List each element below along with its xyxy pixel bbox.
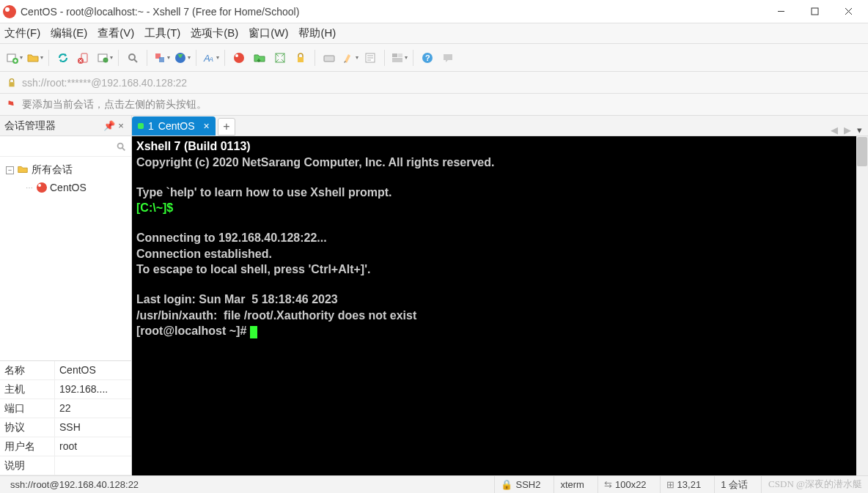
tree-item-centos[interactable]: ⋯ CentOS (3, 179, 128, 196)
search-button[interactable] (123, 48, 142, 67)
svg-point-22 (235, 54, 238, 57)
layout-button[interactable] (389, 48, 408, 67)
svg-line-40 (122, 147, 125, 150)
paste-button[interactable] (172, 48, 191, 67)
new-session-button[interactable] (4, 48, 23, 67)
hint-text: 要添加当前会话，点击左侧的箭头按钮。 (22, 98, 207, 111)
collapse-icon[interactable]: − (6, 166, 14, 174)
tab-next-icon[interactable]: ▶ (844, 125, 851, 136)
status-ssh: 🔒SSH2 (494, 476, 546, 493)
menu-window[interactable]: 窗口(W) (249, 26, 288, 40)
svg-text:?: ? (425, 53, 430, 62)
properties-panel: 名称CentOS 主机192.168.... 端口22 协议SSH 用户名roo… (0, 360, 131, 475)
xftp-button[interactable] (250, 48, 269, 67)
menu-help[interactable]: 帮助(H) (298, 26, 336, 40)
tab-centos[interactable]: 1 CentOS × (132, 116, 216, 136)
panel-close-icon[interactable]: × (115, 120, 127, 132)
close-button[interactable] (831, 1, 865, 23)
svg-rect-34 (398, 53, 402, 57)
svg-point-39 (118, 143, 123, 148)
status-bar: ssh://root@192.168.40.128:22 🔒SSH2 xterm… (0, 475, 868, 493)
scrollbar[interactable] (856, 136, 868, 475)
address-text: ssh://root:******@192.168.40.128:22 (22, 77, 187, 89)
xshell-icon[interactable] (229, 48, 249, 67)
reconnect-button[interactable] (54, 48, 73, 67)
panel-title: 会话管理器 (4, 119, 103, 133)
tab-bar: 1 CentOS × + ◀ ▶ ▾ (132, 116, 868, 136)
help-button[interactable]: ? (418, 48, 437, 67)
hint-bar: 要添加当前会话，点击左侧的箭头按钮。 (0, 94, 868, 116)
title-bar: CentOS - root@localhost:~ - Xshell 7 (Fr… (0, 0, 868, 23)
search-icon[interactable] (115, 141, 127, 152)
address-bar[interactable]: ssh://root:******@192.168.40.128:22 (0, 72, 868, 94)
status-address: ssh://root@192.168.40.128:22 (4, 476, 487, 493)
toolbar: AA ? (0, 44, 868, 72)
session-manager-panel: 会话管理器 📌 × − 所有会话 ⋯ CentOS 名称CentOS 主机192… (0, 116, 132, 475)
tree-child-label: CentOS (50, 182, 87, 193)
tab-close-icon[interactable]: × (204, 120, 210, 132)
properties-button[interactable] (95, 48, 114, 67)
session-icon (37, 182, 47, 193)
menu-edit[interactable]: 编辑(E) (51, 26, 87, 40)
menu-view[interactable]: 查看(V) (98, 26, 134, 40)
status-sessions: 1 会话 (714, 476, 754, 493)
session-tree: − 所有会话 ⋯ CentOS (0, 157, 131, 360)
lock-button[interactable] (291, 48, 310, 67)
svg-rect-25 (298, 57, 304, 62)
svg-rect-38 (9, 82, 14, 86)
status-cursor: ⊞13,21 (660, 476, 707, 493)
menu-tools[interactable]: 工具(T) (144, 26, 180, 40)
terminal[interactable]: Xshell 7 (Build 0113) Copyright (c) 2020… (132, 136, 868, 475)
menu-bar: 文件(F) 编辑(E) 查看(V) 工具(T) 选项卡(B) 窗口(W) 帮助(… (0, 23, 868, 44)
disconnect-button[interactable] (74, 48, 93, 67)
svg-rect-1 (812, 8, 818, 15)
copy-button[interactable] (152, 48, 171, 67)
minimize-button[interactable] (764, 1, 798, 23)
svg-point-21 (234, 53, 244, 63)
tab-menu-icon[interactable]: ▾ (857, 125, 862, 136)
feedback-button[interactable] (438, 48, 457, 67)
svg-line-15 (134, 59, 137, 62)
status-term: xterm (553, 476, 590, 493)
flag-icon (6, 99, 18, 111)
watermark: CSDN @深夜的潜水艇 (768, 478, 862, 491)
window-title: CentOS - root@localhost:~ - Xshell 7 (Fr… (21, 6, 764, 18)
status-dot-icon (138, 123, 144, 129)
menu-tabs[interactable]: 选项卡(B) (191, 26, 238, 40)
tree-root[interactable]: − 所有会话 (3, 161, 128, 179)
tab-prev-icon[interactable]: ◀ (831, 125, 838, 136)
keyboard-button[interactable] (320, 48, 339, 67)
svg-point-14 (129, 54, 135, 60)
add-tab-button[interactable]: + (218, 118, 235, 136)
font-button[interactable]: AA (201, 48, 220, 67)
svg-rect-17 (159, 57, 164, 62)
svg-text:A: A (208, 56, 213, 63)
app-icon (3, 5, 16, 18)
status-size: ⇆100x22 (597, 476, 652, 493)
menu-file[interactable]: 文件(F) (4, 26, 40, 40)
cursor (250, 326, 257, 338)
maximize-button[interactable] (798, 1, 831, 23)
script-button[interactable] (361, 48, 380, 67)
highlight-button[interactable] (340, 48, 359, 67)
svg-rect-26 (324, 56, 334, 62)
svg-rect-33 (392, 53, 397, 57)
pin-icon[interactable]: 📌 (103, 120, 115, 132)
lock-icon (6, 77, 18, 89)
open-button[interactable] (25, 48, 44, 67)
folder-icon (17, 163, 29, 177)
fullscreen-button[interactable] (271, 48, 290, 67)
tree-root-label: 所有会话 (32, 163, 73, 177)
svg-rect-35 (392, 58, 402, 62)
